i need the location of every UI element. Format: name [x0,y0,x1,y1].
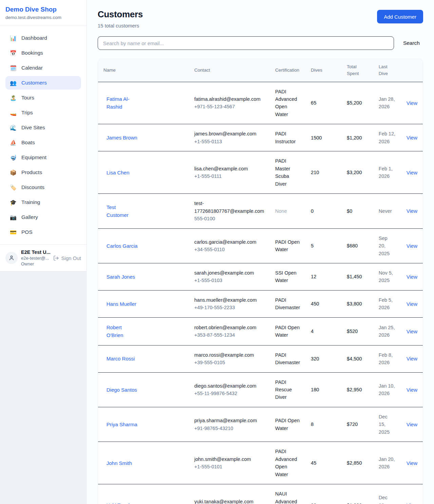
sign-out-icon [53,255,59,261]
certification: PADI Advanced Open Water [275,88,300,118]
nav-item-icon: 👥 [9,80,17,86]
last-dive-date: Feb 1, 2026 [379,165,396,180]
sign-out-button[interactable]: Sign Out [53,255,81,261]
customer-name-link[interactable]: Test Customer [106,203,138,219]
sidebar-item[interactable]: 💳 POS [5,225,81,239]
customer-row: Robert O'Brien robert.obrien@example.com… [98,317,423,345]
customer-name-link[interactable]: Yuki Tanaka [106,501,134,504]
nav-item-icon: 🌊 [9,125,17,131]
nav-item-icon: 🎓 [9,199,17,206]
nav-item-label: Dive Sites [21,125,45,131]
customer-name-link[interactable]: Robert O'Brien [106,323,138,339]
column-header: Last Dive [373,59,401,82]
view-link[interactable]: View [407,243,417,249]
certification: PADI Instructor [275,130,300,145]
customer-name-link[interactable]: Lisa Chen [106,169,130,176]
customer-name-link[interactable]: James Brown [106,134,137,142]
nav-item-icon: 🗓️ [9,65,17,71]
total-spent: $2,950 [341,372,373,407]
user-email: e2e-tester@... [21,256,50,261]
certification: None [275,207,287,215]
customer-phone: +49-170-555-2233 [194,304,264,311]
sidebar-item[interactable]: 🚤 Trips [5,106,81,119]
search-bar: Search [98,36,423,50]
brand: Demo Dive Shop demo.test.divestreams.com [0,0,86,25]
view-link[interactable]: View [407,170,417,175]
sidebar-item[interactable]: 👥 Customers [5,76,81,90]
sidebar-item[interactable]: 📅 Bookings [5,46,81,60]
view-link[interactable]: View [407,274,417,280]
nav-item-label: Bookings [21,50,43,56]
table-header: Name Contact Certification Dives Total S… [98,59,423,82]
customer-phone: 555-0100 [194,215,264,222]
column-header: Total Spent [341,59,373,82]
view-link[interactable]: View [407,301,417,307]
view-link[interactable]: View [407,422,417,427]
certification: PADI Master Scuba Diver [275,157,300,188]
view-link[interactable]: View [407,460,417,466]
last-dive-date: Jan 28, 2026 [379,95,396,111]
last-dive-date: Feb 12, 2026 [379,130,396,145]
view-link[interactable]: View [407,135,417,141]
nav-item-label: Dashboard [21,35,47,41]
table-body: Fatima Al-Rashid fatima.alrashid@example… [98,82,423,504]
customer-name-link[interactable]: Marco Rossi [106,355,135,362]
customer-email: test-1772681807767@example.com [194,200,264,215]
nav-item-label: Equipment [21,154,46,161]
customer-name-link[interactable]: Sarah Jones [106,273,135,281]
customer-name-link[interactable]: Hans Mueller [106,300,136,308]
page-header: Customers 15 total customers Add Custome… [98,9,423,29]
view-link[interactable]: View [407,387,417,393]
customer-name-link[interactable]: John Smith [106,459,132,467]
customer-email: priya.sharma@example.com [194,417,264,424]
certification: SSI Open Water [275,269,300,284]
search-button[interactable]: Search [394,40,423,46]
brand-name[interactable]: Demo Dive Shop [5,6,81,13]
view-link[interactable]: View [407,100,417,106]
customer-row: John Smith john.smith@example.com +1-555… [98,442,423,484]
dives-count: 210 [305,151,341,194]
customer-row: Hans Mueller hans.mueller@example.com +4… [98,290,423,317]
nav-item-label: Boats [21,139,35,146]
sidebar-item[interactable]: 📷 Gallery [5,210,81,224]
column-header: Name [98,59,189,82]
view-link[interactable]: View [407,208,417,214]
sidebar-item[interactable]: 📦 Products [5,166,81,179]
column-header: Certification [270,59,305,82]
dives-count: 5 [305,228,341,263]
customer-name-link[interactable]: Diego Santos [106,386,137,394]
customer-email: john.smith@example.com [194,455,264,463]
sidebar-item[interactable]: 🏷️ Discounts [5,181,81,194]
total-spent: $720 [341,407,373,442]
nav-item-icon: 📦 [9,169,17,176]
view-link[interactable]: View [407,356,417,361]
sidebar-item[interactable]: 🌊 Dive Sites [5,121,81,134]
sidebar-item[interactable]: 🤿 Equipment [5,151,81,164]
sidebar-item[interactable]: 📊 Dashboard [5,31,81,45]
view-link[interactable]: View [407,502,417,504]
nav-item-label: Discounts [21,184,44,190]
last-dive-date: Jan 25, 2026 [379,324,396,339]
customer-row: Diego Santos diego.santos@example.com +5… [98,372,423,407]
customer-name-link[interactable]: Fatima Al-Rashid [106,95,138,111]
nav-item-icon: 📊 [9,35,17,41]
customer-phone: +1-555-0111 [194,172,264,180]
customer-name-link[interactable]: Carlos Garcia [106,242,138,250]
total-spent: $1,200 [341,124,373,151]
customers-table: Name Contact Certification Dives Total S… [98,59,423,504]
sidebar-item[interactable]: 🏝️ Tours [5,91,81,105]
search-input[interactable] [98,36,394,50]
last-dive-date: Feb 8, 2026 [379,351,396,367]
sidebar-item[interactable]: ⛵ Boats [5,136,81,149]
add-customer-button[interactable]: Add Customer [377,10,423,23]
dives-count: 180 [305,372,341,407]
customer-name-link[interactable]: Priya Sharma [106,421,137,428]
certification: PADI Advanced Open Water [275,448,300,478]
main-content: Customers 15 total customers Add Custome… [87,0,434,504]
sidebar-item[interactable]: 🗓️ Calendar [5,61,81,75]
view-link[interactable]: View [407,329,417,334]
customer-email: sarah.jones@example.com [194,269,264,277]
column-header [401,59,423,82]
nav-item-label: Tours [21,95,34,101]
sidebar-item[interactable]: 🎓 Training [5,195,81,209]
